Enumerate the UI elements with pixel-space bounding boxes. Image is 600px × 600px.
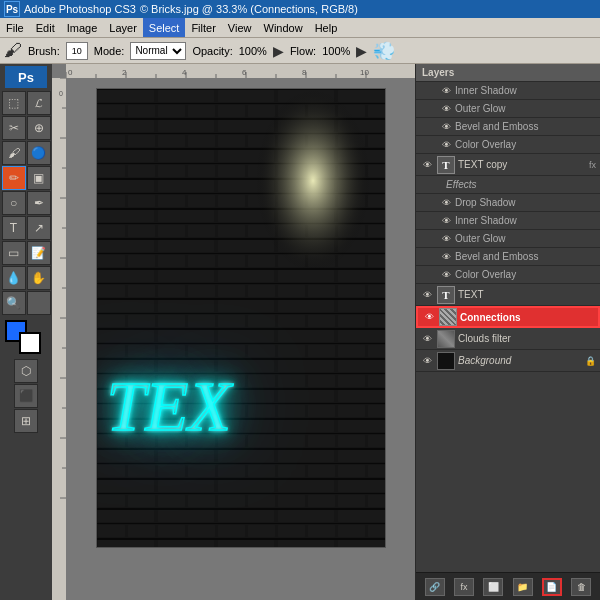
menu-file[interactable]: File: [0, 18, 30, 37]
right-panel: Layers 👁 Inner Shadow 👁 Outer Glow 👁 Bev…: [415, 64, 600, 600]
quick-mask-tool[interactable]: ⬡: [14, 359, 38, 383]
background-color[interactable]: [19, 332, 41, 354]
eye-icon[interactable]: 👁: [442, 234, 451, 244]
eye-icon[interactable]: 👁: [422, 310, 436, 324]
title-text: Adobe Photoshop CS3: [24, 3, 136, 15]
ps-icon: Ps: [18, 70, 34, 85]
layer-inner-shadow-1[interactable]: 👁 Inner Shadow: [416, 82, 600, 100]
link-layers-button[interactable]: 🔗: [425, 578, 445, 596]
airbrush-icon[interactable]: 💨: [373, 40, 395, 62]
eraser-tool[interactable]: ✏: [2, 166, 26, 190]
layers-list: 👁 Inner Shadow 👁 Outer Glow 👁 Bevel and …: [416, 82, 600, 572]
layer-bevel-emboss-1[interactable]: 👁 Bevel and Emboss: [416, 118, 600, 136]
mode-select[interactable]: Normal Multiply Screen: [130, 42, 186, 60]
healing-tool[interactable]: ⊕: [27, 116, 51, 140]
eye-icon[interactable]: 👁: [442, 252, 451, 262]
outer-glow-label: Outer Glow: [455, 103, 506, 114]
layer-outer-glow-2[interactable]: 👁 Outer Glow: [416, 230, 600, 248]
layer-color-overlay-2[interactable]: 👁 Color Overlay: [416, 266, 600, 284]
text-tool[interactable]: T: [2, 216, 26, 240]
zoom-tool[interactable]: 🔍: [2, 291, 26, 315]
selection-tool[interactable]: ↗: [27, 216, 51, 240]
menu-filter[interactable]: Filter: [185, 18, 221, 37]
screen-mode-tool[interactable]: ⬛: [14, 384, 38, 408]
clouds-thumb: [437, 330, 455, 348]
options-bar: 🖌 Brush: 10 Mode: Normal Multiply Screen…: [0, 38, 600, 64]
brush-tool[interactable]: 🖌: [2, 141, 26, 165]
eye-icon[interactable]: 👁: [420, 354, 434, 368]
svg-text:0: 0: [68, 68, 73, 77]
clone-tool[interactable]: 🔵: [27, 141, 51, 165]
eye-icon[interactable]: 👁: [420, 332, 434, 346]
document-canvas[interactable]: TEX: [96, 88, 386, 548]
shape-tool[interactable]: ▭: [2, 241, 26, 265]
ruler-horizontal: 0 2 4 6 8 10 12: [66, 64, 415, 78]
layer-drop-shadow-2[interactable]: 👁 Drop Shadow: [416, 194, 600, 212]
eye-icon[interactable]: 👁: [442, 104, 451, 114]
layer-background[interactable]: 👁 Background 🔒: [416, 350, 600, 372]
crop-tool[interactable]: ✂: [2, 116, 26, 140]
pen-tool[interactable]: ✒: [27, 191, 51, 215]
extra-tool[interactable]: [27, 291, 51, 315]
eye-icon[interactable]: 👁: [420, 288, 434, 302]
menu-select[interactable]: Select: [143, 18, 186, 37]
bg-thumb: [437, 352, 455, 370]
color-overlay-2-label: Color Overlay: [455, 269, 516, 280]
menu-bar: File Edit Image Layer Select Filter View…: [0, 18, 600, 38]
add-style-button[interactable]: fx: [454, 578, 474, 596]
canvas-area: 0 2 4 6 8 10 12: [52, 64, 415, 600]
dodge-tool[interactable]: ○: [2, 191, 26, 215]
layers-title: Layers: [422, 67, 454, 78]
layer-color-overlay-1[interactable]: 👁 Color Overlay: [416, 136, 600, 154]
new-group-button[interactable]: 📁: [513, 578, 533, 596]
mode-label: Mode:: [94, 45, 125, 57]
outer-glow-2-label: Outer Glow: [455, 233, 506, 244]
layer-bevel-emboss-2[interactable]: 👁 Bevel and Emboss: [416, 248, 600, 266]
eyedropper-tool[interactable]: 💧: [2, 266, 26, 290]
layer-inner-shadow-2[interactable]: 👁 Inner Shadow: [416, 212, 600, 230]
hand-tool[interactable]: ✋: [27, 266, 51, 290]
svg-text:6: 6: [242, 68, 247, 77]
layers-panel-header: Layers: [416, 64, 600, 82]
menu-window[interactable]: Window: [258, 18, 309, 37]
eye-icon[interactable]: 👁: [442, 270, 451, 280]
menu-edit[interactable]: Edit: [30, 18, 61, 37]
layer-text[interactable]: 👁 T TEXT: [416, 284, 600, 306]
brush-size: 10: [72, 46, 82, 56]
delete-layer-button[interactable]: 🗑: [571, 578, 591, 596]
opacity-arrow[interactable]: ▶: [273, 43, 284, 59]
add-mask-button[interactable]: ⬜: [483, 578, 503, 596]
eye-icon[interactable]: 👁: [420, 158, 434, 172]
svg-rect-45: [97, 89, 385, 547]
svg-text:0: 0: [59, 90, 63, 97]
bridge-tool[interactable]: ⊞: [14, 409, 38, 433]
opacity-value: 100%: [239, 45, 267, 57]
eye-icon[interactable]: 👁: [442, 86, 451, 96]
eye-icon[interactable]: 👁: [442, 122, 451, 132]
eye-icon[interactable]: 👁: [442, 140, 451, 150]
brush-preview[interactable]: 10: [66, 42, 88, 60]
canvas-content: TEX: [66, 78, 415, 600]
gradient-tool[interactable]: ▣: [27, 166, 51, 190]
new-layer-button[interactable]: 📄: [542, 578, 562, 596]
layer-outer-glow-1[interactable]: 👁 Outer Glow: [416, 100, 600, 118]
menu-view[interactable]: View: [222, 18, 258, 37]
effects-header: Effects: [416, 176, 600, 194]
eye-icon[interactable]: 👁: [442, 216, 451, 226]
layer-clouds-filter[interactable]: 👁 Clouds filter: [416, 328, 600, 350]
flow-arrow[interactable]: ▶: [356, 43, 367, 59]
menu-layer[interactable]: Layer: [103, 18, 143, 37]
notes-tool[interactable]: 📝: [27, 241, 51, 265]
menu-help[interactable]: Help: [309, 18, 344, 37]
marquee-tool[interactable]: ⬚: [2, 91, 26, 115]
menu-image[interactable]: Image: [61, 18, 104, 37]
bevel-emboss-2-label: Bevel and Emboss: [455, 251, 538, 262]
layer-text-copy[interactable]: 👁 T TEXT copy fx: [416, 154, 600, 176]
lock-icon: 🔒: [585, 356, 596, 366]
svg-text:8: 8: [302, 68, 307, 77]
layer-connections[interactable]: 👁 Connections: [416, 306, 600, 328]
tool-options-icon[interactable]: 🖌: [4, 40, 22, 61]
eye-icon[interactable]: 👁: [442, 198, 451, 208]
background-name: Background: [458, 355, 580, 366]
lasso-tool[interactable]: 𝓛: [27, 91, 51, 115]
